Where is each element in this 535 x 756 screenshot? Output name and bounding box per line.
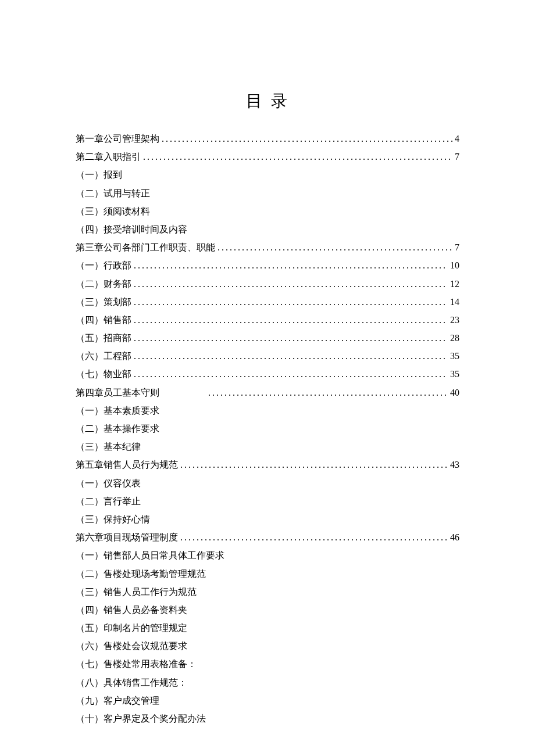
toc-entry: （三）策划部14 (76, 293, 459, 311)
toc-dots (134, 311, 448, 329)
toc-page-number: 7 (455, 238, 459, 256)
toc-entry: （二）财务部12 (76, 275, 459, 293)
toc-entry-label: 第五章销售人员行为规范 (76, 456, 178, 474)
toc-sub-entry: （五）印制名片的管理规定 (76, 619, 459, 637)
toc-entry: 第四章员工基本守则40 (76, 384, 459, 402)
toc-page-number: 4 (455, 130, 459, 148)
toc-entry-label: （七）物业部 (76, 365, 131, 383)
toc-entry-label: （一）行政部 (76, 256, 131, 274)
toc-page-number: 40 (450, 384, 459, 402)
toc-page-number: 43 (450, 456, 459, 474)
toc-page-number: 14 (450, 293, 459, 311)
toc-sub-entry: （二）售楼处现场考勤管理规范 (76, 565, 459, 583)
toc-entry: 第五章销售人员行为规范43 (76, 456, 459, 474)
toc-sub-entry: （四）销售人员必备资料夹 (76, 601, 459, 619)
toc-page-number: 35 (450, 365, 459, 383)
toc-sub-entry: （七）售楼处常用表格准备： (76, 655, 459, 673)
toc-dots (134, 365, 448, 383)
toc-dots (134, 293, 448, 311)
toc-dots (217, 238, 452, 256)
toc-entry: （六）工程部35 (76, 347, 459, 365)
toc-sub-entry: （一）基本素质要求 (76, 402, 459, 420)
toc-dots (162, 130, 452, 148)
toc-entry: （一）行政部10 (76, 256, 459, 274)
toc-entry: 第二章入职指引7 (76, 148, 459, 166)
toc-entry-label: 第四章员工基本守则 (76, 384, 159, 402)
toc-dots (180, 456, 448, 474)
toc-entry-label: 第一章公司管理架构 (76, 130, 159, 148)
toc-entry-label: （四）销售部 (76, 311, 131, 329)
toc-title: 目 录 (76, 90, 459, 112)
toc-entry-label: （二）财务部 (76, 275, 131, 293)
toc-sub-entry: （三）保持好心情 (76, 510, 459, 528)
toc-page-number: 7 (455, 148, 459, 166)
toc-dots (143, 148, 452, 166)
toc-entry: （五）招商部28 (76, 329, 459, 347)
toc-dots (134, 275, 448, 293)
toc-page-number: 35 (450, 347, 459, 365)
toc-sub-entry: （二）试用与转正 (76, 184, 459, 202)
toc-entry: 第六章项目现场管理制度46 (76, 528, 459, 546)
toc-sub-entry: （四）接受培训时间及内容 (76, 220, 459, 238)
toc-sub-entry: （三）基本纪律 (76, 438, 459, 456)
toc-container: 第一章公司管理架构4第二章入职指引7（一）报到（二）试用与转正（三）须阅读材料（… (76, 130, 459, 728)
toc-page-number: 12 (450, 275, 459, 293)
toc-sub-entry: （一）仪容仪表 (76, 474, 459, 492)
toc-dots (180, 528, 448, 546)
toc-dots (134, 256, 448, 274)
toc-sub-entry: （二）基本操作要求 (76, 420, 459, 438)
toc-entry: 第三章公司各部门工作职责、职能7 (76, 238, 459, 256)
toc-entry-label: （六）工程部 (76, 347, 131, 365)
toc-sub-entry: （一）报到 (76, 166, 459, 184)
toc-page-number: 10 (450, 256, 459, 274)
toc-sub-entry: （三）销售人员工作行为规范 (76, 583, 459, 601)
toc-sub-entry: （十）客户界定及个奖分配办法 (76, 710, 459, 728)
toc-entry-label: 第三章公司各部门工作职责、职能 (76, 238, 215, 256)
toc-dots (134, 347, 448, 365)
toc-dots (134, 329, 448, 347)
toc-sub-entry: （一）销售部人员日常具体工作要求 (76, 546, 459, 564)
toc-entry-label: （三）策划部 (76, 293, 131, 311)
toc-sub-entry: （二）言行举止 (76, 492, 459, 510)
toc-entry: （七）物业部35 (76, 365, 459, 383)
toc-dots (208, 384, 448, 402)
toc-entry: 第一章公司管理架构4 (76, 130, 459, 148)
toc-sub-entry: （六）售楼处会议规范要求 (76, 637, 459, 655)
toc-page-number: 46 (450, 528, 459, 546)
toc-entry: （四）销售部23 (76, 311, 459, 329)
toc-entry-label: 第二章入职指引 (76, 148, 141, 166)
toc-sub-entry: （八）具体销售工作规范： (76, 673, 459, 691)
toc-entry-label: （五）招商部 (76, 329, 131, 347)
toc-page-number: 23 (450, 311, 459, 329)
toc-sub-entry: （九）客户成交管理 (76, 691, 459, 710)
toc-page-number: 28 (450, 329, 459, 347)
toc-sub-entry: （三）须阅读材料 (76, 202, 459, 220)
toc-entry-label: 第六章项目现场管理制度 (76, 528, 178, 546)
